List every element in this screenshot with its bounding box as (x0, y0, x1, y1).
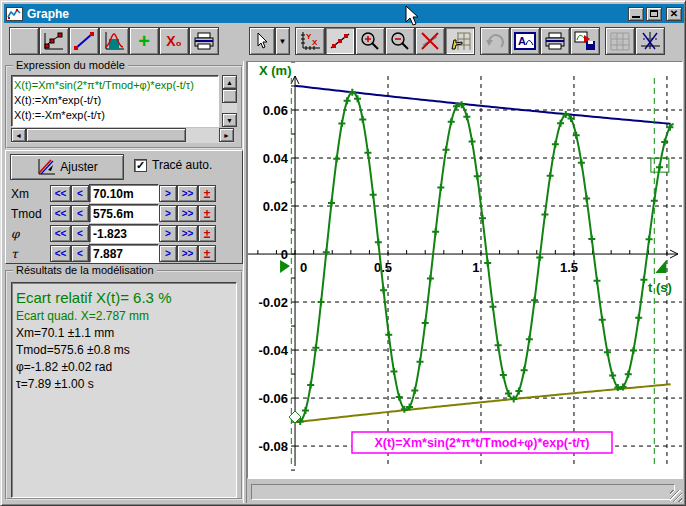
ajuster-button[interactable]: Ajuster (10, 154, 124, 180)
data-point-marker (526, 336, 533, 343)
maximize-icon (650, 10, 658, 17)
data-point-marker (463, 113, 470, 120)
param-row-xm: Xm << < > >> ± (8, 184, 242, 203)
model-expression-list[interactable]: X(t)=Xm*sin(2*π*t/Tmod+φ)*exp(-t/τ) X(t)… (11, 75, 219, 127)
param-row-tau: τ << < > >> ± (8, 244, 242, 263)
param-fast-increase-button[interactable]: >> (177, 185, 198, 202)
param-plusminus-button[interactable]: ± (198, 225, 216, 242)
result-line: φ=-1.82 ±0.02 rad (16, 359, 236, 376)
print-graph-button[interactable] (540, 27, 570, 55)
hscroll-thumb[interactable] (26, 128, 186, 142)
vscroll-thumb[interactable] (222, 89, 237, 103)
grid-toggle-button[interactable] (605, 27, 635, 55)
tangent-button[interactable] (635, 27, 665, 55)
grid-icon (609, 31, 631, 51)
chart[interactable]: 0.060.040.020-0.02-0.04-0.06-0.0800.511.… (248, 62, 682, 478)
param-decrease-button[interactable]: < (71, 185, 89, 202)
model-curve-button[interactable] (39, 27, 69, 55)
param-fast-increase-button[interactable]: >> (177, 225, 198, 242)
trace-auto-label: Tracé auto. (152, 158, 212, 172)
trace-auto-checkbox[interactable]: ✓ (134, 159, 147, 172)
clear-model-button[interactable]: X₀ (159, 27, 189, 55)
x-tick-label: 1.5 (560, 260, 578, 275)
data-point-marker (432, 228, 439, 235)
maximize-button[interactable] (646, 7, 662, 21)
param-fast-increase-button[interactable]: >> (177, 245, 198, 262)
expression-item[interactable]: X(t)=Xm*sin(2*π*t/Tmod+φ)*exp(-t/τ) (14, 78, 217, 93)
param-fast-decrease-button[interactable]: << (50, 205, 71, 222)
zoom-out-button[interactable] (385, 27, 415, 55)
segment-button[interactable] (69, 27, 99, 55)
undo-button[interactable] (480, 27, 510, 55)
export-graph-button[interactable] (570, 27, 600, 55)
data-point-marker (536, 254, 543, 261)
data-point-marker (541, 211, 548, 218)
chart-panel[interactable]: 0.060.040.020-0.02-0.04-0.06-0.0800.511.… (247, 61, 683, 479)
param-fast-decrease-button[interactable]: << (50, 185, 71, 202)
blank-button[interactable] (9, 27, 39, 55)
expression-item[interactable]: X(t):=Xm*exp(-t/τ) (14, 93, 217, 108)
statistics-button[interactable] (99, 27, 129, 55)
data-point-marker (364, 149, 371, 156)
data-point-marker (515, 387, 522, 394)
param-decrease-button[interactable]: < (71, 225, 89, 242)
axes-scale-button[interactable]: Y X (295, 27, 325, 55)
select-arrow-button[interactable] (249, 27, 275, 55)
scroll-left-button[interactable]: ◄ (11, 128, 26, 142)
data-point-marker (302, 407, 309, 414)
data-point-marker (344, 97, 351, 104)
scroll-down-button[interactable]: ▼ (222, 113, 237, 127)
param-increase-button[interactable]: > (159, 185, 177, 202)
data-point-marker (443, 146, 450, 153)
zoom-in-button[interactable] (355, 27, 385, 55)
add-model-button[interactable]: + (129, 27, 159, 55)
resize-grip[interactable] (670, 490, 682, 502)
param-plusminus-button[interactable]: ± (198, 205, 216, 222)
param-fast-decrease-button[interactable]: << (50, 225, 71, 242)
minimize-button[interactable] (628, 7, 644, 21)
param-value-input[interactable] (89, 244, 159, 263)
param-fast-decrease-button[interactable]: << (50, 245, 71, 262)
right-cursor-handle[interactable] (655, 260, 666, 273)
param-value-input[interactable] (89, 204, 159, 223)
expression-vscrollbar[interactable]: ▲ ▼ (222, 75, 237, 127)
zoom-reset-button[interactable] (415, 27, 445, 55)
data-point-marker (359, 116, 366, 123)
data-point-marker (484, 260, 491, 267)
param-plusminus-button[interactable]: ± (198, 185, 216, 202)
scroll-up-button[interactable]: ▲ (222, 75, 237, 89)
data-point-marker (448, 118, 455, 125)
ajuster-icon (36, 158, 56, 176)
pan-grid-button[interactable] (445, 27, 475, 55)
model-curve[interactable] (295, 92, 674, 421)
status-bar (247, 482, 683, 503)
data-point-marker (354, 95, 361, 102)
param-decrease-button[interactable]: < (71, 245, 89, 262)
print-button[interactable] (189, 27, 219, 55)
model-expression-group: Expression du modèle X(t)=Xm*sin(2*π*t/T… (5, 65, 243, 149)
param-value-input[interactable] (89, 184, 159, 203)
param-name: Xm (8, 187, 50, 201)
param-value-input[interactable] (89, 224, 159, 243)
y-tick-label: 0 (281, 247, 288, 262)
scroll-right-button[interactable]: ► (219, 128, 234, 142)
expression-item[interactable]: X(t):=-Xm*exp(-t/τ) (14, 108, 217, 123)
param-decrease-button[interactable]: < (71, 205, 89, 222)
titlebar[interactable]: Graphe ✕ (4, 4, 684, 23)
select-arrow-dropdown-button[interactable]: ▼ (275, 27, 290, 55)
param-increase-button[interactable]: > (159, 225, 177, 242)
expression-hscrollbar[interactable]: ◄ ► (11, 128, 234, 143)
statistics-icon (103, 31, 125, 51)
curve-style-button[interactable] (325, 27, 355, 55)
param-fast-increase-button[interactable]: >> (177, 205, 198, 222)
param-plusminus-button[interactable]: ± (198, 245, 216, 262)
annotation-icon: A (514, 31, 536, 51)
param-increase-button[interactable]: > (159, 205, 177, 222)
app-window: Graphe ✕ (0, 0, 686, 506)
annotation-button[interactable]: A (510, 27, 540, 55)
data-point-marker (427, 275, 434, 282)
svg-text:X: X (312, 38, 318, 47)
trace-auto-control[interactable]: ✓ Tracé auto. (134, 158, 212, 172)
param-increase-button[interactable]: > (159, 245, 177, 262)
close-button[interactable]: ✕ (666, 7, 682, 21)
